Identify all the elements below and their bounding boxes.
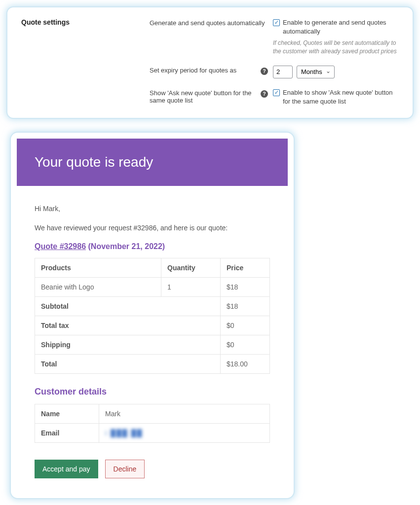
table-row: Name Mark: [35, 404, 270, 424]
item-name: Beanie with Logo: [35, 278, 161, 297]
table-row: Total $18.00: [35, 355, 270, 374]
table-row: Shipping $0: [35, 335, 270, 355]
quote-date: (November 21, 2022): [88, 242, 165, 251]
customer-details-heading: Customer details: [35, 387, 270, 397]
quote-title-line: Quote #32986 (November 21, 2022): [35, 242, 270, 251]
subtotal-value: $18: [221, 297, 270, 316]
shipping-label: Shipping: [35, 335, 221, 355]
quote-items-table: Products Quantity Price Beanie with Logo…: [35, 258, 270, 374]
tax-value: $0: [221, 316, 270, 335]
cust-email-value: i ███ ██: [99, 424, 270, 443]
subtotal-label: Subtotal: [35, 297, 221, 316]
help-icon[interactable]: ?: [261, 68, 268, 75]
email-intro: We have reviewed your request #32986, an…: [35, 223, 270, 233]
item-price: $18: [221, 278, 270, 297]
action-buttons: Accept and pay Decline: [35, 460, 270, 478]
auto-quote-checkbox-label: Enable to generate and send quotes autom…: [283, 18, 399, 36]
settings-row-auto: Quote settings Generate and send quotes …: [21, 18, 399, 56]
check-icon: ✓: [273, 89, 280, 96]
check-icon: ✓: [273, 19, 280, 26]
settings-expiry-label: Set expiry period for quotes as: [150, 67, 236, 74]
email-greeting: Hi Mark,: [35, 204, 270, 214]
expiry-unit-select[interactable]: Months: [297, 66, 335, 78]
expiry-number-input[interactable]: [273, 66, 293, 78]
decline-button[interactable]: Decline: [105, 460, 145, 478]
settings-row-expiry: Set expiry period for quotes as ? Months: [21, 66, 399, 78]
asknew-checkbox[interactable]: ✓ Enable to show 'Ask new quote' button …: [273, 88, 399, 106]
cust-name-value: Mark: [99, 404, 270, 424]
accept-and-pay-button[interactable]: Accept and pay: [35, 460, 98, 478]
total-value: $18.00: [221, 355, 270, 374]
th-products: Products: [35, 258, 161, 278]
table-row: Subtotal $18: [35, 297, 270, 316]
settings-asknew-label: Show 'Ask new quote' button for the same…: [150, 89, 261, 104]
total-label: Total: [35, 355, 221, 374]
th-quantity: Quantity: [161, 258, 221, 278]
quote-email-panel: Your quote is ready Hi Mark, We have rev…: [11, 133, 294, 498]
settings-auto-label: Generate and send quotes automatically: [150, 19, 265, 27]
table-head-row: Products Quantity Price: [35, 258, 270, 278]
table-row: Total tax $0: [35, 316, 270, 335]
table-row: Email i ███ ██: [35, 424, 270, 443]
auto-quote-hint: If checked, Quotes will be sent automati…: [273, 39, 399, 56]
settings-row-asknew: Show 'Ask new quote' button for the same…: [21, 88, 399, 106]
help-icon[interactable]: ?: [261, 90, 268, 98]
customer-details-table: Name Mark Email i ███ ██: [35, 404, 270, 443]
auto-quote-checkbox[interactable]: ✓ Enable to generate and send quotes aut…: [273, 18, 399, 36]
th-price: Price: [221, 258, 270, 278]
item-qty: 1: [161, 278, 221, 297]
asknew-checkbox-label: Enable to show 'Ask new quote' button fo…: [283, 88, 399, 106]
table-row: Beanie with Logo 1 $18: [35, 278, 270, 297]
cust-email-label: Email: [35, 424, 99, 443]
quote-settings-panel: Quote settings Generate and send quotes …: [7, 7, 413, 118]
shipping-value: $0: [221, 335, 270, 355]
email-body: Hi Mark, We have reviewed your request #…: [17, 186, 288, 492]
cust-name-label: Name: [35, 404, 99, 424]
settings-section-title: Quote settings: [21, 18, 150, 26]
quote-link[interactable]: Quote #32986: [35, 242, 86, 251]
tax-label: Total tax: [35, 316, 221, 335]
email-header: Your quote is ready: [17, 139, 288, 186]
